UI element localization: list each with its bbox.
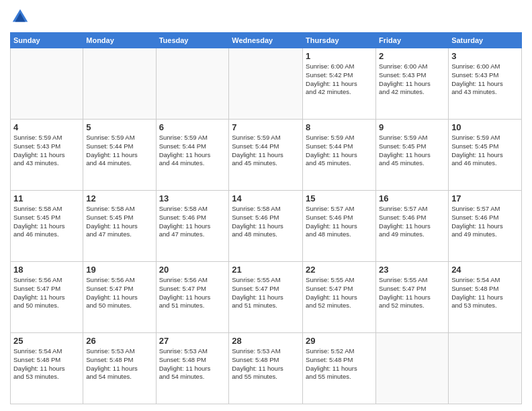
calendar-cell: 13Sunrise: 5:58 AM Sunset: 5:46 PM Dayli…	[156, 191, 229, 262]
day-info: Sunrise: 5:59 AM Sunset: 5:44 PM Dayligh…	[86, 134, 152, 168]
calendar-cell	[376, 333, 449, 404]
day-number: 22	[306, 265, 373, 275]
day-number: 10	[451, 122, 519, 132]
calendar-cell	[156, 48, 229, 120]
calendar-cell: 20Sunrise: 5:56 AM Sunset: 5:47 PM Dayli…	[156, 262, 229, 333]
day-number: 24	[451, 265, 519, 275]
calendar-cell: 23Sunrise: 5:55 AM Sunset: 5:47 PM Dayli…	[376, 262, 449, 333]
day-info: Sunrise: 5:56 AM Sunset: 5:47 PM Dayligh…	[86, 276, 152, 310]
day-info: Sunrise: 5:59 AM Sunset: 5:44 PM Dayligh…	[306, 134, 373, 168]
day-number: 29	[306, 336, 373, 346]
day-info: Sunrise: 5:56 AM Sunset: 5:47 PM Dayligh…	[159, 276, 226, 310]
day-header-monday: Monday	[83, 33, 156, 48]
day-number: 18	[13, 265, 80, 275]
calendar-cell: 21Sunrise: 5:55 AM Sunset: 5:47 PM Dayli…	[229, 262, 303, 333]
day-number: 3	[451, 51, 519, 61]
week-row-0: 1Sunrise: 6:00 AM Sunset: 5:42 PM Daylig…	[11, 48, 522, 120]
day-number: 16	[379, 193, 445, 203]
day-info: Sunrise: 5:53 AM Sunset: 5:48 PM Dayligh…	[232, 347, 300, 381]
day-info: Sunrise: 5:59 AM Sunset: 5:44 PM Dayligh…	[159, 134, 226, 168]
day-info: Sunrise: 6:00 AM Sunset: 5:43 PM Dayligh…	[379, 62, 445, 97]
day-info: Sunrise: 5:59 AM Sunset: 5:44 PM Dayligh…	[232, 134, 300, 168]
day-info: Sunrise: 5:55 AM Sunset: 5:47 PM Dayligh…	[379, 276, 445, 310]
day-number: 7	[232, 122, 300, 132]
week-row-3: 18Sunrise: 5:56 AM Sunset: 5:47 PM Dayli…	[11, 262, 522, 333]
calendar-cell: 8Sunrise: 5:59 AM Sunset: 5:44 PM Daylig…	[303, 120, 376, 191]
day-number: 9	[379, 122, 445, 132]
day-number: 20	[159, 265, 226, 275]
calendar-cell: 28Sunrise: 5:53 AM Sunset: 5:48 PM Dayli…	[229, 333, 303, 404]
day-number: 26	[86, 336, 152, 346]
calendar-cell	[11, 48, 83, 120]
page: SundayMondayTuesdayWednesdayThursdayFrid…	[0, 0, 532, 411]
calendar-cell: 1Sunrise: 6:00 AM Sunset: 5:42 PM Daylig…	[303, 48, 376, 120]
calendar-cell: 7Sunrise: 5:59 AM Sunset: 5:44 PM Daylig…	[229, 120, 303, 191]
calendar-cell: 24Sunrise: 5:54 AM Sunset: 5:48 PM Dayli…	[449, 262, 522, 333]
day-header-saturday: Saturday	[449, 33, 522, 48]
day-number: 17	[451, 193, 519, 203]
calendar-cell: 14Sunrise: 5:58 AM Sunset: 5:46 PM Dayli…	[229, 191, 303, 262]
day-number: 4	[13, 122, 80, 132]
calendar-cell: 18Sunrise: 5:56 AM Sunset: 5:47 PM Dayli…	[11, 262, 83, 333]
day-number: 13	[159, 193, 226, 203]
day-number: 12	[86, 193, 152, 203]
day-info: Sunrise: 5:55 AM Sunset: 5:47 PM Dayligh…	[232, 276, 300, 310]
day-info: Sunrise: 5:55 AM Sunset: 5:47 PM Dayligh…	[306, 276, 373, 310]
day-header-wednesday: Wednesday	[229, 33, 303, 48]
day-info: Sunrise: 5:58 AM Sunset: 5:46 PM Dayligh…	[159, 205, 226, 239]
calendar-cell: 22Sunrise: 5:55 AM Sunset: 5:47 PM Dayli…	[303, 262, 376, 333]
calendar-cell: 16Sunrise: 5:57 AM Sunset: 5:46 PM Dayli…	[376, 191, 449, 262]
day-number: 11	[13, 193, 80, 203]
week-row-1: 4Sunrise: 5:59 AM Sunset: 5:43 PM Daylig…	[11, 120, 522, 191]
logo-icon	[10, 7, 30, 27]
calendar-cell	[229, 48, 303, 120]
day-number: 25	[13, 336, 80, 346]
day-info: Sunrise: 5:59 AM Sunset: 5:45 PM Dayligh…	[451, 134, 519, 168]
day-number: 5	[86, 122, 152, 132]
calendar-cell: 9Sunrise: 5:59 AM Sunset: 5:45 PM Daylig…	[376, 120, 449, 191]
day-info: Sunrise: 5:52 AM Sunset: 5:48 PM Dayligh…	[306, 347, 373, 381]
day-number: 23	[379, 265, 445, 275]
day-number: 21	[232, 265, 300, 275]
day-number: 15	[306, 193, 373, 203]
calendar-cell: 6Sunrise: 5:59 AM Sunset: 5:44 PM Daylig…	[156, 120, 229, 191]
day-info: Sunrise: 5:58 AM Sunset: 5:46 PM Dayligh…	[232, 205, 300, 239]
day-info: Sunrise: 5:59 AM Sunset: 5:45 PM Dayligh…	[379, 134, 445, 168]
day-info: Sunrise: 5:57 AM Sunset: 5:46 PM Dayligh…	[451, 205, 519, 239]
day-number: 6	[159, 122, 226, 132]
day-number: 14	[232, 193, 300, 203]
day-number: 2	[379, 51, 445, 61]
day-info: Sunrise: 5:59 AM Sunset: 5:43 PM Dayligh…	[13, 134, 80, 168]
day-header-thursday: Thursday	[303, 33, 376, 48]
calendar-cell: 15Sunrise: 5:57 AM Sunset: 5:46 PM Dayli…	[303, 191, 376, 262]
day-info: Sunrise: 6:00 AM Sunset: 5:43 PM Dayligh…	[451, 62, 519, 97]
calendar-cell: 3Sunrise: 6:00 AM Sunset: 5:43 PM Daylig…	[449, 48, 522, 120]
header	[10, 7, 522, 27]
logo	[10, 7, 33, 27]
calendar-cell: 19Sunrise: 5:56 AM Sunset: 5:47 PM Dayli…	[83, 262, 156, 333]
day-number: 27	[159, 336, 226, 346]
calendar-cell: 27Sunrise: 5:53 AM Sunset: 5:48 PM Dayli…	[156, 333, 229, 404]
day-info: Sunrise: 6:00 AM Sunset: 5:42 PM Dayligh…	[306, 62, 373, 97]
calendar-header-row: SundayMondayTuesdayWednesdayThursdayFrid…	[11, 33, 522, 48]
day-info: Sunrise: 5:53 AM Sunset: 5:48 PM Dayligh…	[159, 347, 226, 381]
calendar-cell: 25Sunrise: 5:54 AM Sunset: 5:48 PM Dayli…	[11, 333, 83, 404]
calendar-cell: 4Sunrise: 5:59 AM Sunset: 5:43 PM Daylig…	[11, 120, 83, 191]
week-row-4: 25Sunrise: 5:54 AM Sunset: 5:48 PM Dayli…	[11, 333, 522, 404]
calendar-cell: 11Sunrise: 5:58 AM Sunset: 5:45 PM Dayli…	[11, 191, 83, 262]
day-info: Sunrise: 5:57 AM Sunset: 5:46 PM Dayligh…	[306, 205, 373, 239]
day-info: Sunrise: 5:53 AM Sunset: 5:48 PM Dayligh…	[86, 347, 152, 381]
calendar-cell: 2Sunrise: 6:00 AM Sunset: 5:43 PM Daylig…	[376, 48, 449, 120]
day-number: 1	[306, 51, 373, 61]
day-info: Sunrise: 5:54 AM Sunset: 5:48 PM Dayligh…	[13, 347, 80, 381]
day-number: 28	[232, 336, 300, 346]
day-header-sunday: Sunday	[11, 33, 83, 48]
day-info: Sunrise: 5:58 AM Sunset: 5:45 PM Dayligh…	[86, 205, 152, 239]
day-info: Sunrise: 5:57 AM Sunset: 5:46 PM Dayligh…	[379, 205, 445, 239]
day-info: Sunrise: 5:58 AM Sunset: 5:45 PM Dayligh…	[13, 205, 80, 239]
day-info: Sunrise: 5:56 AM Sunset: 5:47 PM Dayligh…	[13, 276, 80, 310]
calendar-cell: 10Sunrise: 5:59 AM Sunset: 5:45 PM Dayli…	[449, 120, 522, 191]
day-number: 8	[306, 122, 373, 132]
calendar-cell: 26Sunrise: 5:53 AM Sunset: 5:48 PM Dayli…	[83, 333, 156, 404]
day-number: 19	[86, 265, 152, 275]
